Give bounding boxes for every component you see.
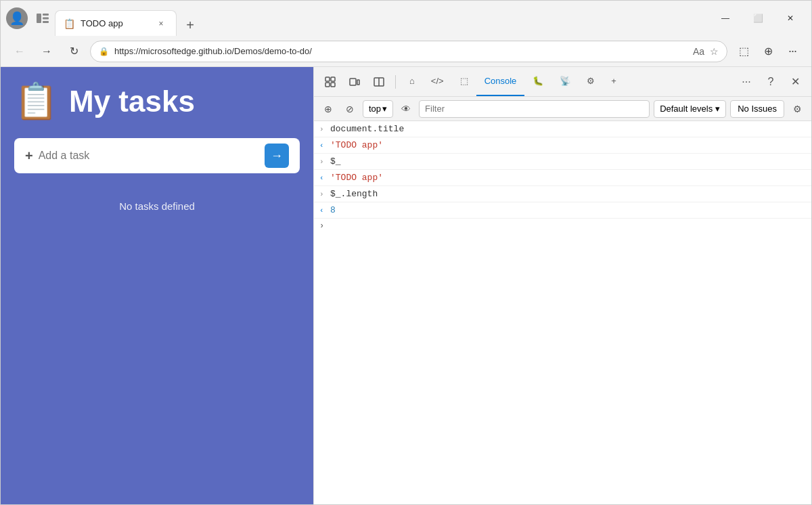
devtools-help-button[interactable]: ? [760, 71, 782, 93]
split-pane-button[interactable] [368, 71, 390, 93]
tab-more[interactable]: + [603, 67, 625, 96]
log-levels-chevron-icon: ▾ [715, 104, 720, 114]
read-aloud-icon[interactable]: Aa [693, 46, 704, 57]
console-result-2: 'TODO app' [330, 173, 383, 183]
svg-rect-4 [325, 77, 330, 81]
svg-rect-9 [357, 80, 359, 85]
console-expression-1: document.title [330, 124, 404, 134]
add-task-arrow-icon: → [271, 149, 283, 163]
toolbar-separator [395, 75, 396, 89]
devtools-more-button[interactable]: ··· [736, 71, 757, 93]
console-line-3[interactable]: › $_ [314, 154, 811, 170]
new-tab-button[interactable]: + [179, 14, 201, 36]
tab-close-button[interactable]: × [154, 17, 168, 30]
refresh-button[interactable]: ↻ [63, 41, 85, 62]
add-task-plus-icon: + [25, 148, 33, 164]
devtools-toolbar: ⌂ </> ⬚ Console 🐛 📡 [314, 67, 811, 97]
clear-console-button[interactable]: ⊘ [341, 100, 359, 118]
svg-rect-7 [331, 83, 335, 87]
minimize-button[interactable]: — [710, 7, 741, 29]
tab-performance[interactable]: ⚙ [579, 67, 603, 96]
more-tools-button[interactable]: ··· [782, 41, 803, 62]
expand-icon-2[interactable]: › [319, 158, 330, 166]
console-result-3: 8 [330, 205, 336, 215]
tab-label: TODO app [81, 18, 149, 28]
close-button[interactable]: ✕ [775, 7, 806, 29]
console-tab-label: Console [484, 76, 517, 86]
no-tasks-text: No tasks defined [14, 200, 300, 212]
expand-icon-3[interactable]: › [319, 190, 330, 198]
console-toolbar: ⊕ ⊘ top ▾ 👁 Default levels ▾ No Issues ⚙ [314, 97, 811, 121]
device-emulation-button[interactable] [344, 71, 365, 93]
console-output: › document.title ‹ 'TODO app' › $_ ‹ 'TO… [314, 121, 811, 504]
context-selector[interactable]: top ▾ [363, 100, 393, 118]
console-line-5[interactable]: › $_.length [314, 186, 811, 202]
sidebar-toggle-button[interactable] [33, 9, 52, 28]
console-expression-2: $_ [330, 156, 341, 167]
browser-tab-todo[interactable]: 📋 TODO app × [55, 10, 177, 36]
devtools-panel: ⌂ </> ⬚ Console 🐛 📡 [313, 67, 811, 504]
app-panel: 📋 My tasks + → No tasks defined [1, 67, 313, 504]
svg-rect-6 [325, 83, 330, 87]
console-input-line[interactable]: › [314, 219, 811, 234]
console-filter-input[interactable] [419, 100, 650, 118]
devtools-close-button[interactable]: ✕ [784, 71, 806, 93]
svg-rect-8 [350, 79, 356, 85]
no-issues-badge[interactable]: No Issues [730, 100, 784, 118]
lock-icon: 🔒 [99, 47, 109, 56]
maximize-button[interactable]: ⬜ [742, 7, 773, 29]
eye-icon-button[interactable]: 👁 [397, 100, 415, 118]
log-levels-label: Default levels [660, 104, 713, 114]
svg-rect-5 [331, 77, 335, 81]
back-button[interactable]: ← [9, 41, 30, 62]
console-settings-button[interactable]: ⚙ [788, 100, 806, 118]
console-expression-3: $_.length [330, 189, 378, 199]
context-label: top [369, 104, 381, 114]
console-line-2: ‹ 'TODO app' [314, 137, 811, 154]
console-line-1[interactable]: › document.title [314, 121, 811, 137]
app-logo-icon: 📋 [14, 81, 58, 122]
tab-console[interactable]: Console [476, 67, 525, 96]
tab-layout[interactable]: ⬚ [452, 67, 476, 96]
result-arrow-icon: ‹ [319, 141, 330, 150]
new-console-button[interactable]: ⊕ [319, 100, 337, 118]
add-task-container: + → [14, 138, 300, 173]
add-task-submit-button[interactable]: → [265, 144, 289, 168]
svg-rect-3 [43, 21, 49, 23]
split-screen-button[interactable]: ⬚ [733, 41, 754, 62]
expand-icon[interactable]: › [319, 125, 330, 133]
address-bar[interactable]: 🔒 https://microsoftedge.github.io/Demos/… [90, 41, 727, 62]
tab-favicon: 📋 [64, 18, 75, 29]
console-line-4: ‹ 'TODO app' [314, 170, 811, 186]
svg-rect-0 [37, 14, 41, 23]
tab-elements[interactable]: ⌂ [401, 67, 423, 96]
forward-button[interactable]: → [36, 41, 58, 62]
context-chevron-icon: ▾ [382, 104, 387, 114]
tab-debugger[interactable]: 🐛 [524, 67, 551, 96]
tab-code[interactable]: </> [423, 67, 452, 96]
result-arrow-icon-2: ‹ [319, 174, 330, 182]
svg-rect-2 [43, 18, 49, 20]
profile-icon[interactable]: 👤 [6, 7, 28, 29]
app-title: My tasks [69, 85, 195, 118]
result-arrow-icon-3: ‹ [319, 206, 330, 215]
add-task-input[interactable] [39, 150, 259, 162]
tab-network[interactable]: 📡 [551, 67, 579, 96]
no-issues-label: No Issues [738, 104, 777, 114]
svg-rect-1 [43, 14, 49, 16]
console-line-6: ‹ 8 [314, 202, 811, 219]
console-result-1: 'TODO app' [330, 140, 383, 150]
url-text: https://microsoftedge.github.io/Demos/de… [114, 46, 687, 56]
log-levels-selector[interactable]: Default levels ▾ [654, 100, 726, 118]
favorites-icon[interactable]: ☆ [710, 46, 719, 57]
inspector-button[interactable] [319, 71, 341, 93]
devtools-tabs-right: ··· ? ✕ [736, 71, 806, 93]
console-prompt-icon: › [319, 221, 330, 231]
devtools-tabs: ⌂ </> ⬚ Console 🐛 📡 [401, 67, 733, 96]
collections-button[interactable]: ⊕ [757, 41, 779, 62]
app-header: 📋 My tasks [14, 81, 300, 122]
